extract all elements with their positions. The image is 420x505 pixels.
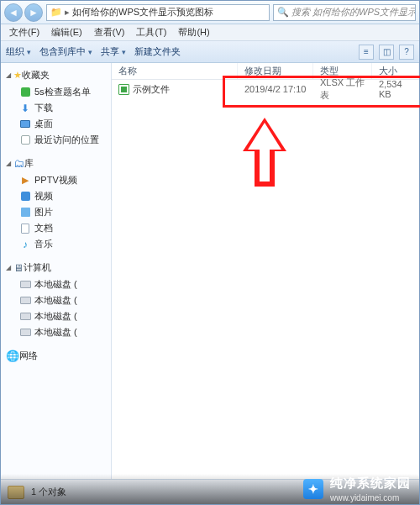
sidebar-favorites: ◢ ★ 收藏夹 5s检查题名单 ⬇下载 桌面 最近访问的位置 xyxy=(1,66,111,148)
toolbar-help-button[interactable]: ? xyxy=(399,45,414,60)
recent-icon xyxy=(21,135,30,145)
toolbar-right: ≡ ◫ ? xyxy=(359,45,414,60)
nav-back-button[interactable]: ◄ xyxy=(4,3,23,22)
sidebar-fav-header[interactable]: ◢ ★ 收藏夹 xyxy=(1,66,111,84)
sidebar-pc-header[interactable]: ◢ 🖥 计算机 xyxy=(1,259,111,276)
file-row[interactable]: 示例文件 2019/4/2 17:10 XLSX 工作表 2,534 KB xyxy=(112,80,419,98)
menu-file[interactable]: 文件(F) xyxy=(4,24,45,40)
toolbar-pane-button[interactable]: ◫ xyxy=(379,45,394,60)
nav-forward-button[interactable]: ► xyxy=(24,3,43,22)
sidebar-item[interactable]: ⬇下载 xyxy=(1,100,111,116)
menu-view[interactable]: 查看(V) xyxy=(89,24,130,40)
pictures-icon xyxy=(21,208,30,217)
search-placeholder: 搜索 如何给你的WPS文件显示预览图... xyxy=(291,6,416,18)
sidebar-item[interactable]: 文档 xyxy=(1,220,111,236)
toolbar-share[interactable]: 共享 xyxy=(101,45,126,58)
xlsx-icon xyxy=(118,84,129,95)
drive-icon xyxy=(20,329,31,336)
annotation-up-arrow xyxy=(239,118,290,193)
star-icon: ★ xyxy=(13,70,22,81)
col-size[interactable]: 大小 xyxy=(372,63,419,79)
collapse-icon: ◢ xyxy=(6,264,11,271)
nav-sidebar: ◢ ★ 收藏夹 5s检查题名单 ⬇下载 桌面 最近访问的位置 ◢ 🗂 库 ▶PP… xyxy=(1,63,112,479)
sidebar-item[interactable]: 本地磁盘 ( xyxy=(1,292,111,308)
file-date: 2019/4/2 17:10 xyxy=(238,84,313,94)
sidebar-network: 🌐 网络 xyxy=(1,347,111,365)
toolbar: 组织 包含到库中 共享 新建文件夹 ≡ ◫ ? xyxy=(1,41,419,63)
address-bar: ◄ ► 📁 ▸ 如何给你的WPS文件显示预览图标 🔍 搜索 如何给你的WPS文件… xyxy=(1,1,419,24)
sheet-icon xyxy=(21,87,30,97)
network-icon: 🌐 xyxy=(6,350,19,362)
file-name: 示例文件 xyxy=(133,83,170,96)
menu-bar: 文件(F) 编辑(E) 查看(V) 工具(T) 帮助(H) xyxy=(1,24,419,41)
breadcrumb[interactable]: 📁 ▸ 如何给你的WPS文件显示预览图标 xyxy=(46,4,270,21)
toolbar-include[interactable]: 包含到库中 xyxy=(39,45,92,58)
col-date[interactable]: 修改日期 xyxy=(238,63,313,79)
documents-icon xyxy=(21,224,29,234)
collapse-icon: ◢ xyxy=(6,160,11,167)
sidebar-item[interactable]: 图片 xyxy=(1,204,111,220)
sidebar-net-header[interactable]: 🌐 网络 xyxy=(1,347,111,365)
col-name[interactable]: 名称 xyxy=(112,63,238,79)
sidebar-item[interactable]: ▶PPTV视频 xyxy=(1,172,111,188)
toolbar-view-button[interactable]: ≡ xyxy=(359,45,374,60)
toolbar-organize[interactable]: 组织 xyxy=(6,45,31,58)
folder-icon: 📁 xyxy=(50,7,62,18)
toolbar-newfolder[interactable]: 新建文件夹 xyxy=(134,45,181,58)
column-headers: 名称 修改日期 类型 大小 xyxy=(112,63,419,80)
computer-icon: 🖥 xyxy=(13,262,24,274)
video-icon xyxy=(21,192,30,201)
sidebar-item[interactable]: 视频 xyxy=(1,188,111,204)
desktop-icon xyxy=(20,120,30,128)
sidebar-computer: ◢ 🖥 计算机 本地磁盘 ( 本地磁盘 ( 本地磁盘 ( 本地磁盘 ( xyxy=(1,259,111,340)
watermark-url: www.yidaimei.com xyxy=(330,493,399,502)
sidebar-item[interactable]: 最近访问的位置 xyxy=(1,132,111,148)
pptv-icon: ▶ xyxy=(19,175,31,187)
library-icon: 🗂 xyxy=(13,157,24,170)
sidebar-item[interactable]: 5s检查题名单 xyxy=(1,84,111,100)
drive-icon xyxy=(20,297,31,304)
menu-edit[interactable]: 编辑(E) xyxy=(46,24,87,40)
sidebar-libraries: ◢ 🗂 库 ▶PPTV视频 视频 图片 文档 ♪音乐 xyxy=(1,155,111,252)
sidebar-lib-header[interactable]: ◢ 🗂 库 xyxy=(1,155,111,172)
file-list-pane: 名称 修改日期 类型 大小 示例文件 2019/4/2 17:10 XLSX 工… xyxy=(112,63,419,479)
nav-buttons: ◄ ► xyxy=(4,3,43,22)
breadcrumb-folder: 如何给你的WPS文件显示预览图标 xyxy=(72,6,213,18)
watermark-brand: 纯净系统家园 xyxy=(330,476,411,492)
sidebar-item[interactable]: 桌面 xyxy=(1,116,111,132)
search-icon: 🔍 xyxy=(277,7,289,18)
sidebar-item[interactable]: 本地磁盘 ( xyxy=(1,276,111,292)
drive-icon xyxy=(20,281,31,288)
menu-help[interactable]: 帮助(H) xyxy=(173,24,214,40)
sidebar-item[interactable]: 本地磁盘 ( xyxy=(1,308,111,324)
menu-tools[interactable]: 工具(T) xyxy=(131,24,171,40)
main-area: ◢ ★ 收藏夹 5s检查题名单 ⬇下载 桌面 最近访问的位置 ◢ 🗂 库 ▶PP… xyxy=(1,63,419,479)
collapse-icon: ◢ xyxy=(6,71,11,79)
drive-icon xyxy=(20,313,31,320)
sidebar-item[interactable]: 本地磁盘 ( xyxy=(1,324,111,340)
sidebar-item[interactable]: ♪音乐 xyxy=(1,236,111,252)
download-icon: ⬇ xyxy=(19,103,31,114)
watermark-logo-icon: ✦ xyxy=(303,479,323,499)
file-size: 2,534 KB xyxy=(372,79,419,99)
search-input[interactable]: 🔍 搜索 如何给你的WPS文件显示预览图... xyxy=(273,4,416,21)
music-icon: ♪ xyxy=(19,239,31,250)
explorer-window: ◄ ► 📁 ▸ 如何给你的WPS文件显示预览图标 🔍 搜索 如何给你的WPS文件… xyxy=(0,0,420,505)
watermark: ✦ 纯净系统家园 www.yidaimei.com xyxy=(1,474,419,504)
file-type: XLSX 工作表 xyxy=(313,76,372,102)
breadcrumb-sep: ▸ xyxy=(65,7,70,18)
